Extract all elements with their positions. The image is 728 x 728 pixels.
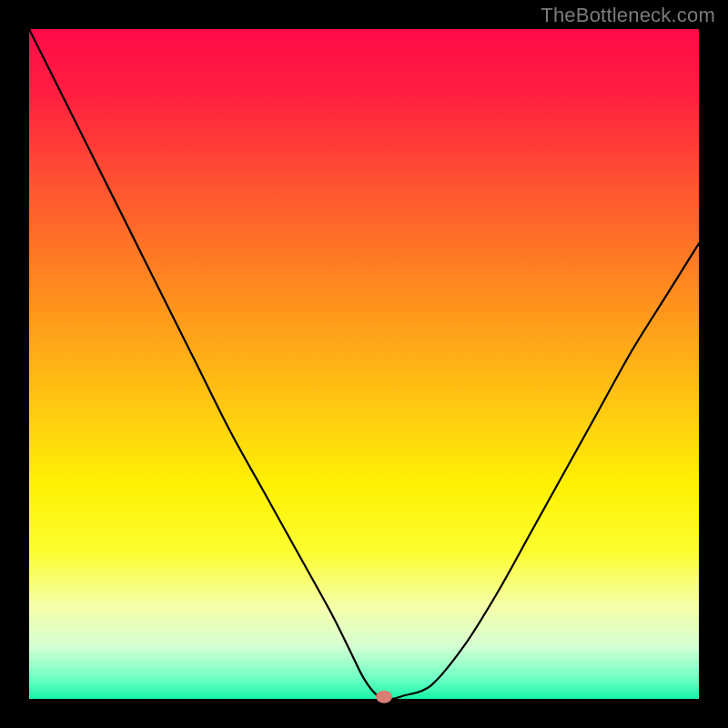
bottleneck-chart bbox=[0, 0, 728, 728]
optimal-point-marker bbox=[376, 691, 392, 703]
watermark-text: TheBottleneck.com bbox=[541, 4, 715, 27]
chart-frame: TheBottleneck.com bbox=[0, 0, 728, 728]
plot-background-gradient bbox=[29, 29, 699, 699]
